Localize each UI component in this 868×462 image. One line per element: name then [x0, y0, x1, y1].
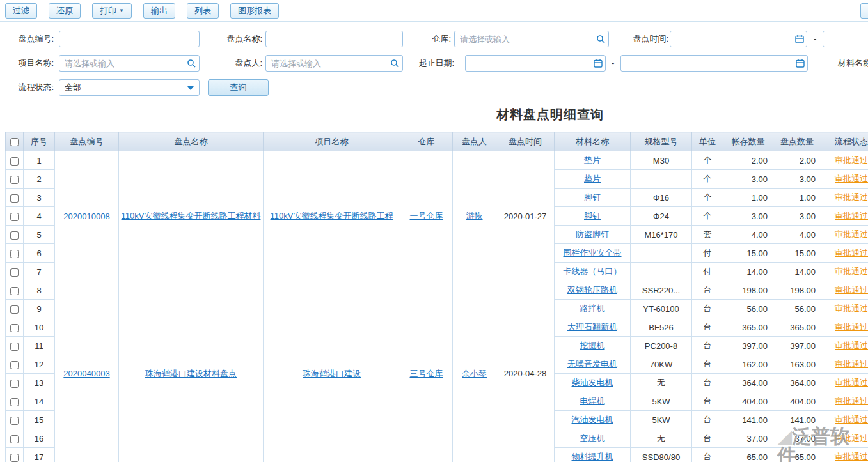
- row-material-name[interactable]: 卡线器（马口）: [555, 263, 631, 281]
- group-warehouse[interactable]: 三号仓库: [400, 281, 453, 462]
- row-flow-status[interactable]: 审批通过: [821, 448, 868, 462]
- row-flow-status[interactable]: 审批通过: [821, 151, 868, 170]
- row-stock-qty: 3.00: [723, 170, 773, 189]
- row-checkbox[interactable]: [10, 213, 19, 221]
- row-checkbox[interactable]: [10, 250, 19, 258]
- row-flow-status[interactable]: 审批通过: [821, 281, 868, 300]
- row-material-name[interactable]: 垫片: [555, 151, 631, 170]
- row-spec-model: SSD80/80: [631, 448, 692, 462]
- row-checkbox[interactable]: [10, 361, 19, 369]
- row-checkbox[interactable]: [10, 305, 19, 314]
- row-checkbox[interactable]: [10, 454, 19, 462]
- row-seq: 15: [24, 411, 55, 429]
- row-material-name[interactable]: 脚钉: [555, 207, 631, 226]
- row-seq: 10: [24, 318, 55, 337]
- row-checkbox[interactable]: [10, 268, 19, 277]
- restore-button[interactable]: 还原: [49, 3, 81, 19]
- row-flow-status[interactable]: 审批通过: [821, 355, 868, 374]
- row-flow-status[interactable]: 审批通过: [821, 226, 868, 244]
- row-seq: 14: [24, 392, 55, 411]
- row-checkbox[interactable]: [10, 231, 19, 240]
- row-flow-status[interactable]: 审批通过: [821, 337, 868, 355]
- row-stock-qty: 364.00: [723, 374, 773, 392]
- row-checkbox[interactable]: [10, 287, 19, 295]
- row-flow-status[interactable]: 审批通过: [821, 189, 868, 207]
- row-flow-status[interactable]: 审批通过: [821, 318, 868, 337]
- group-inventory-code[interactable]: 2020040003: [55, 281, 119, 462]
- row-checkbox[interactable]: [10, 398, 19, 406]
- row-seq: 8: [24, 281, 55, 300]
- row-material-name[interactable]: 大理石翻新机: [555, 318, 631, 337]
- row-material-name[interactable]: 双钢轮压路机: [555, 281, 631, 300]
- row-material-name[interactable]: 汽油发电机: [555, 411, 631, 429]
- print-button[interactable]: 打印▼: [92, 3, 132, 19]
- row-flow-status[interactable]: 审批通过: [821, 207, 868, 226]
- row-material-name[interactable]: 垫片: [555, 170, 631, 189]
- row-checkbox[interactable]: [10, 435, 19, 443]
- inventory-name-input[interactable]: [265, 31, 403, 47]
- row-flow-status[interactable]: 审批通过: [821, 244, 868, 263]
- calendar-icon[interactable]: [796, 59, 805, 68]
- row-seq: 9: [24, 300, 55, 318]
- calendar-icon[interactable]: [594, 59, 603, 68]
- inventory-code-input[interactable]: [59, 31, 200, 47]
- row-material-name[interactable]: 无噪音发电机: [555, 355, 631, 374]
- group-inventory-name[interactable]: 珠海鹤港口建设材料盘点: [119, 281, 264, 462]
- select-all-checkbox[interactable]: [10, 138, 19, 146]
- row-flow-status[interactable]: 审批通过: [821, 374, 868, 392]
- inventory-time-end-input[interactable]: [823, 31, 868, 47]
- row-material-name[interactable]: 物料提升机: [555, 448, 631, 462]
- row-checkbox[interactable]: [10, 324, 19, 332]
- flow-status-select[interactable]: 全部: [59, 79, 200, 96]
- row-checkbox[interactable]: [10, 380, 19, 388]
- row-flow-status[interactable]: 审批通过: [821, 411, 868, 429]
- toolbar-cutoff-button[interactable]: [860, 3, 868, 19]
- row-material-name[interactable]: 围栏作业安全带: [555, 244, 631, 263]
- row-checkbox[interactable]: [10, 194, 19, 203]
- chart-report-button-label: 图形报表: [238, 5, 271, 17]
- calendar-icon[interactable]: [795, 35, 804, 43]
- list-button[interactable]: 列表: [187, 3, 219, 19]
- row-checkbox[interactable]: [10, 343, 19, 351]
- project-name-input[interactable]: [59, 55, 200, 72]
- group-warehouse[interactable]: 一号仓库: [400, 151, 453, 281]
- group-inventory-person[interactable]: 余小琴: [453, 281, 496, 462]
- header-stock-qty: 帐存数量: [723, 132, 773, 151]
- date-range-start-input[interactable]: [465, 55, 606, 72]
- row-material-name[interactable]: 挖掘机: [555, 337, 631, 355]
- group-project-name[interactable]: 珠海鹤港口建设: [264, 281, 400, 462]
- toolbar: 过滤 还原 打印▼ 输出 列表 图形报表: [0, 0, 868, 22]
- query-button[interactable]: 查询: [208, 79, 269, 96]
- export-button[interactable]: 输出: [143, 3, 175, 19]
- row-material-name[interactable]: 路拌机: [555, 300, 631, 318]
- row-checkbox[interactable]: [10, 417, 19, 425]
- search-icon[interactable]: [596, 35, 605, 43]
- row-checkbox[interactable]: [10, 157, 19, 166]
- row-checkbox-cell: [6, 263, 24, 281]
- row-material-name[interactable]: 电焊机: [555, 392, 631, 411]
- row-material-name[interactable]: 脚钉: [555, 189, 631, 207]
- row-material-name[interactable]: 防盗脚钉: [555, 226, 631, 244]
- filter-button[interactable]: 过滤: [5, 3, 37, 19]
- row-material-name[interactable]: 柴油发电机: [555, 374, 631, 392]
- row-flow-status[interactable]: 审批通过: [821, 263, 868, 281]
- date-range-end-input[interactable]: [620, 55, 808, 72]
- row-material-name[interactable]: 空压机: [555, 429, 631, 448]
- chart-report-button[interactable]: 图形报表: [230, 3, 279, 19]
- row-checkbox-cell: [6, 151, 24, 170]
- group-project-name[interactable]: 110kV安徽线程集变开断线路工程: [264, 151, 400, 281]
- group-inventory-name[interactable]: 110kV安徽线程集变开断线路工程材料: [119, 151, 264, 281]
- group-inventory-code[interactable]: 2020010008: [55, 151, 119, 281]
- row-unit: 个: [692, 207, 723, 226]
- row-flow-status[interactable]: 审批通过: [821, 429, 868, 448]
- search-icon[interactable]: [390, 59, 399, 68]
- search-icon[interactable]: [187, 59, 196, 68]
- row-flow-status[interactable]: 审批通过: [821, 300, 868, 318]
- row-flow-status[interactable]: 审批通过: [821, 392, 868, 411]
- inventory-person-input[interactable]: [265, 55, 403, 72]
- group-inventory-person[interactable]: 游恢: [453, 151, 496, 281]
- inventory-time-start-input[interactable]: [670, 31, 807, 47]
- warehouse-input[interactable]: [454, 31, 609, 47]
- row-checkbox[interactable]: [10, 176, 19, 184]
- row-flow-status[interactable]: 审批通过: [821, 170, 868, 189]
